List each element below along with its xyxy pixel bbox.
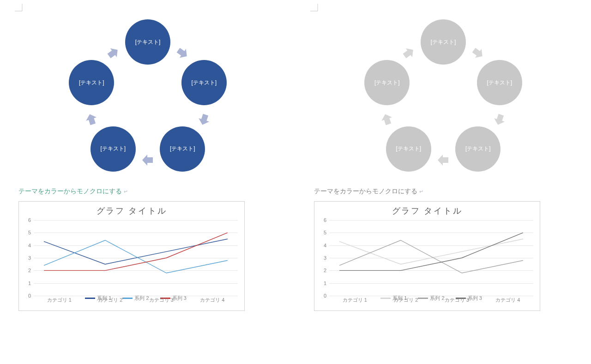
left-page: [テキスト][テキスト][テキスト][テキスト][テキスト] テーマをカラーから… (0, 0, 296, 364)
cycle-node: [テキスト] (477, 60, 522, 105)
cycle-node: [テキスト] (364, 60, 410, 105)
y-tick-label: 0 (28, 293, 31, 298)
y-tick-label: 1 (324, 280, 326, 286)
chart-color: グラフ タイトル 0123456系列 1系列 2系列 3カテゴリ 1カテゴリ 2… (18, 201, 245, 311)
y-tick-label: 3 (324, 255, 326, 261)
x-tick-label: カテゴリ 4 (187, 297, 238, 308)
right-page: [テキスト][テキスト][テキスト][テキスト][テキスト] テーマをカラーから… (296, 0, 591, 364)
page: [テキスト][テキスト][テキスト][テキスト][テキスト] テーマをカラーから… (0, 0, 591, 364)
x-tick-label: カテゴリ 2 (380, 297, 432, 308)
crop-mark-icon (15, 4, 24, 13)
chart-plot-area: 0123456系列 1系列 2系列 3カテゴリ 1カテゴリ 2カテゴリ 3カテゴ… (319, 220, 535, 308)
cycle-arrow-icon (380, 113, 394, 126)
x-axis: カテゴリ 1カテゴリ 2カテゴリ 3カテゴリ 4 (329, 297, 533, 308)
caption-text: テーマをカラーからモノクロにする (314, 187, 417, 195)
caption-right: テーマをカラーからモノクロにする↵ (314, 187, 573, 196)
cycle-node: [テキスト] (90, 126, 136, 172)
chart-title: グラフ タイトル (24, 205, 240, 216)
cycle-node-label: [テキスト] (191, 79, 217, 87)
plot-region (34, 220, 238, 296)
cycle-arrow-icon (436, 153, 450, 167)
caption-left: テーマをカラーからモノクロにする↵ (18, 187, 277, 196)
x-tick-label: カテゴリ 1 (329, 297, 380, 308)
cycle-arrow-icon (471, 46, 485, 60)
cycle-node-label: [テキスト] (465, 145, 491, 153)
y-tick-label: 4 (324, 243, 326, 248)
x-tick-label: カテゴリ 4 (482, 297, 534, 308)
cycle-diagram-color: [テキスト][テキスト][テキスト][テキスト][テキスト] (51, 14, 245, 185)
cycle-arrow-icon (106, 46, 120, 60)
chart-title: グラフ タイトル (319, 205, 535, 216)
x-axis: カテゴリ 1カテゴリ 2カテゴリ 3カテゴリ 4 (34, 297, 238, 308)
cycle-arrow-icon (141, 153, 155, 167)
y-tick-label: 1 (28, 280, 31, 286)
series-line (339, 239, 523, 264)
cycle-node: [テキスト] (386, 126, 431, 172)
cycle-node: [テキスト] (69, 60, 114, 105)
cycle-arrow-icon (175, 46, 189, 60)
y-tick-label: 5 (28, 230, 31, 235)
cycle-node-label: [テキスト] (374, 79, 400, 87)
cycle-node-label: [テキスト] (487, 79, 512, 87)
cycle-node: [テキスト] (181, 60, 227, 105)
y-tick-label: 0 (324, 293, 326, 298)
pilcrow-icon: ↵ (124, 189, 128, 194)
cycle-node-label: [テキスト] (396, 145, 421, 153)
cycle-node: [テキスト] (125, 19, 170, 65)
cycle-arrow-icon (84, 113, 98, 126)
series-line (44, 239, 228, 264)
line-series-svg (34, 220, 238, 296)
cycle-node-label: [テキスト] (170, 145, 195, 153)
y-tick-label: 5 (324, 230, 326, 235)
crop-mark-icon (310, 4, 320, 13)
y-tick-label: 4 (28, 243, 31, 248)
x-tick-label: カテゴリ 3 (136, 297, 187, 308)
cycle-diagram-mono: [テキスト][テキスト][テキスト][テキスト][テキスト] (346, 14, 540, 185)
cycle-node-label: [テキスト] (431, 38, 456, 46)
cycle-arrow-icon (402, 46, 416, 60)
y-tick-label: 6 (324, 217, 326, 223)
cycle-node-label: [テキスト] (79, 79, 104, 87)
pilcrow-icon: ↵ (419, 189, 423, 194)
cycle-node-label: [テキスト] (100, 145, 126, 153)
series-line (44, 240, 228, 273)
cycle-node-label: [テキスト] (135, 38, 161, 46)
plot-region (329, 220, 533, 296)
x-tick-label: カテゴリ 3 (431, 297, 482, 308)
y-tick-label: 2 (28, 268, 31, 273)
x-tick-label: カテゴリ 2 (85, 297, 136, 308)
x-tick-label: カテゴリ 1 (34, 297, 85, 308)
cycle-node: [テキスト] (160, 126, 205, 172)
cycle-node: [テキスト] (455, 126, 501, 172)
series-line (339, 240, 523, 273)
line-series-svg (329, 220, 533, 296)
y-tick-label: 6 (28, 217, 31, 223)
y-tick-label: 2 (324, 268, 326, 273)
cycle-arrow-icon (493, 113, 507, 126)
caption-text: テーマをカラーからモノクロにする (18, 187, 122, 195)
y-axis: 0123456 (319, 220, 328, 296)
y-tick-label: 3 (28, 255, 31, 261)
chart-mono: グラフ タイトル 0123456系列 1系列 2系列 3カテゴリ 1カテゴリ 2… (314, 201, 540, 311)
cycle-node: [テキスト] (421, 19, 466, 65)
chart-plot-area: 0123456系列 1系列 2系列 3カテゴリ 1カテゴリ 2カテゴリ 3カテゴ… (24, 220, 240, 308)
y-axis: 0123456 (24, 220, 33, 296)
cycle-arrow-icon (197, 113, 211, 126)
